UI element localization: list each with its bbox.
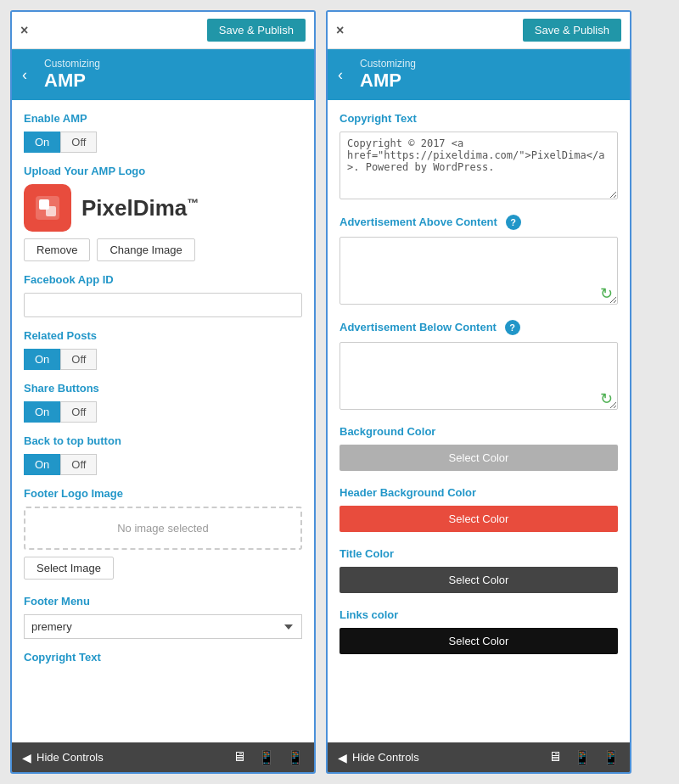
back-to-top-on-button[interactable]: On — [24, 454, 60, 475]
header-bg-color-button[interactable]: Select Color — [340, 506, 618, 532]
back-to-top-label: Back to top button — [24, 434, 302, 447]
left-title-bar: ‹ Customizing AMP — [12, 49, 314, 100]
left-header-bar: × Save & Publish — [12, 12, 314, 49]
links-color-button[interactable]: Select Color — [340, 628, 618, 654]
back-to-top-off-button[interactable]: Off — [60, 454, 97, 475]
back-to-top-toggle: On Off — [24, 454, 302, 475]
advertisement-below-textarea[interactable] — [340, 342, 618, 410]
right-title-bar: ‹ Customizing AMP — [328, 49, 630, 100]
right-amp-title: AMP — [360, 70, 618, 92]
desktop-icon[interactable]: 🖥 — [233, 749, 246, 765]
right-panel-content: Copyright Text Copyright © 2017 <a href=… — [328, 100, 630, 742]
left-save-publish-button[interactable]: Save & Publish — [207, 19, 306, 42]
advertisement-above-wrapper: ↻ — [340, 237, 618, 308]
svg-rect-2 — [46, 206, 56, 216]
left-panel-content: Enable AMP On Off Upload Your AMP Logo P… — [12, 100, 314, 742]
logo-btn-row: Remove Change Image — [24, 238, 302, 261]
facebook-app-id-input[interactable] — [24, 293, 302, 317]
enable-amp-toggle: On Off — [24, 132, 302, 153]
left-close-button[interactable]: × — [20, 23, 28, 38]
right-tablet-icon[interactable]: 📱 — [574, 749, 591, 765]
left-hide-controls-label[interactable]: Hide Controls — [36, 751, 104, 764]
advertisement-below-label: Advertisement Below Content ? — [340, 320, 618, 335]
mobile-icon[interactable]: 📱 — [287, 749, 304, 765]
logo-text: PixelDima™ — [81, 195, 199, 221]
right-footer-icons: 🖥 📱 📱 — [548, 749, 620, 765]
no-image-selected-text: No image selected — [117, 522, 209, 535]
logo-preview: PixelDima™ — [24, 184, 302, 232]
copyright-text-label-left: Copyright Text — [24, 651, 302, 664]
right-close-button[interactable]: × — [336, 23, 344, 38]
right-panel: × Save & Publish ‹ Customizing AMP Copyr… — [326, 10, 631, 774]
footer-logo-label: Footer Logo Image — [24, 487, 302, 500]
related-posts-on-button[interactable]: On — [24, 349, 60, 370]
related-posts-toggle: On Off — [24, 349, 302, 370]
left-back-arrow[interactable]: ‹ — [22, 66, 27, 84]
right-save-publish-button[interactable]: Save & Publish — [523, 19, 621, 42]
share-buttons-toggle: On Off — [24, 401, 302, 423]
share-buttons-off-button[interactable]: Off — [60, 401, 97, 423]
advertisement-above-help-icon[interactable]: ? — [506, 215, 521, 230]
remove-logo-button[interactable]: Remove — [24, 238, 90, 261]
advertisement-above-refresh-icon[interactable]: ↻ — [600, 284, 613, 303]
upload-logo-label: Upload Your AMP Logo — [24, 165, 302, 177]
title-color-label: Title Color — [340, 547, 618, 560]
left-panel-footer: ◀ Hide Controls 🖥 📱 📱 — [12, 742, 314, 772]
right-hide-controls-label[interactable]: Hide Controls — [352, 751, 419, 764]
tablet-icon[interactable]: 📱 — [258, 749, 275, 765]
background-color-label: Background Color — [340, 425, 618, 438]
related-posts-off-button[interactable]: Off — [60, 349, 97, 370]
footer-menu-label: Footer Menu — [24, 595, 302, 608]
advertisement-below-refresh-icon[interactable]: ↻ — [600, 389, 613, 408]
pixeldima-logo-svg — [32, 193, 63, 223]
change-image-button[interactable]: Change Image — [97, 238, 194, 261]
title-color-button[interactable]: Select Color — [340, 567, 618, 593]
right-desktop-icon[interactable]: 🖥 — [548, 749, 562, 765]
advertisement-below-wrapper: ↻ — [340, 342, 618, 413]
facebook-app-id-label: Facebook App ID — [24, 273, 302, 286]
logo-icon — [24, 184, 71, 232]
links-color-label: Links color — [340, 608, 618, 621]
background-color-button[interactable]: Select Color — [340, 445, 618, 471]
enable-amp-label: Enable AMP — [24, 112, 302, 125]
select-image-button[interactable]: Select Image — [24, 557, 114, 580]
advertisement-above-textarea[interactable] — [340, 237, 618, 305]
left-customizing-label: Customizing — [44, 58, 302, 70]
right-hide-controls-arrow[interactable]: ◀ — [338, 751, 347, 764]
header-bg-color-label: Header Background Color — [340, 486, 618, 499]
left-amp-title: AMP — [44, 70, 302, 92]
left-footer-icons: 🖥 📱 📱 — [233, 749, 304, 765]
right-customizing-label: Customizing — [360, 58, 618, 70]
right-back-arrow[interactable]: ‹ — [338, 66, 343, 84]
advertisement-above-label: Advertisement Above Content ? — [340, 215, 618, 230]
enable-amp-off-button[interactable]: Off — [60, 132, 97, 153]
share-buttons-on-button[interactable]: On — [24, 401, 60, 423]
right-mobile-icon[interactable]: 📱 — [603, 749, 620, 765]
right-header-bar: × Save & Publish — [328, 12, 630, 49]
advertisement-below-help-icon[interactable]: ? — [505, 320, 520, 335]
copyright-text-label-right: Copyright Text — [340, 112, 618, 125]
right-panel-footer: ◀ Hide Controls 🖥 📱 📱 — [328, 742, 630, 772]
footer-menu-select[interactable]: premery secondary footer — [24, 614, 302, 639]
share-buttons-label: Share Buttons — [24, 382, 302, 395]
copyright-textarea[interactable]: Copyright © 2017 <a href="https://pixeld… — [340, 132, 618, 199]
left-hide-controls-arrow[interactable]: ◀ — [22, 751, 31, 764]
related-posts-label: Related Posts — [24, 329, 302, 342]
enable-amp-on-button[interactable]: On — [24, 132, 60, 153]
left-panel: × Save & Publish ‹ Customizing AMP Enabl… — [10, 10, 316, 774]
footer-logo-drop-zone: No image selected — [24, 507, 302, 550]
